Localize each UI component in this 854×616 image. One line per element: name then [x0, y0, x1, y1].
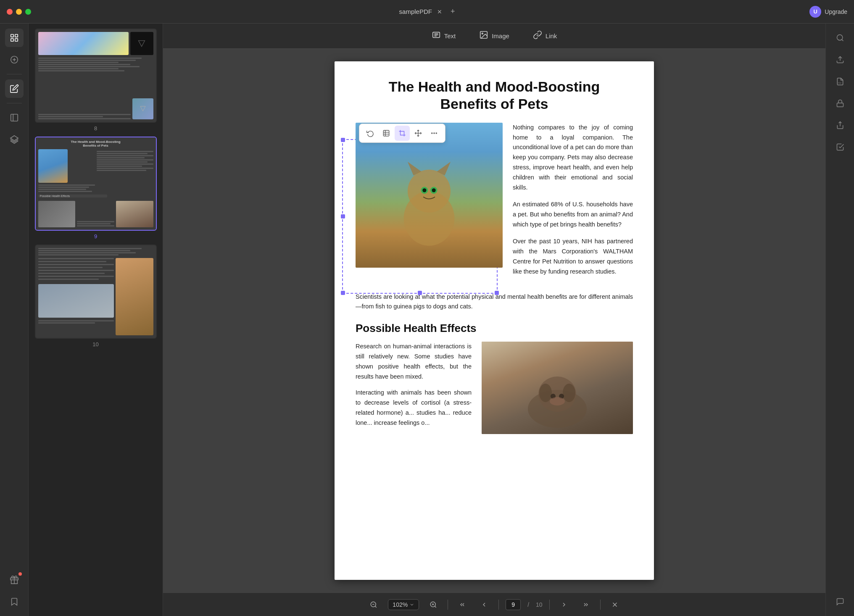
- text-label: Text: [444, 32, 456, 39]
- nav-divider-1: [448, 600, 448, 610]
- thumb-num-10: 10: [92, 341, 98, 347]
- svg-point-39: [539, 384, 552, 402]
- svg-point-30: [408, 170, 451, 213]
- thumb8-darkimg: [130, 32, 153, 55]
- page-number-input[interactable]: 9: [506, 599, 521, 610]
- svg-point-19: [482, 33, 483, 34]
- search-icon: [836, 34, 844, 42]
- zoom-in-button[interactable]: [426, 597, 441, 612]
- para1: Nothing compares to the joy of coming ho…: [513, 123, 633, 193]
- zoom-out-icon: [370, 601, 377, 608]
- toolbar-image[interactable]: Image: [474, 28, 514, 44]
- page-separator: /: [527, 601, 529, 608]
- text-toolbar-icon: [432, 30, 441, 42]
- thumb-card-8[interactable]: [35, 29, 157, 123]
- toolbar-text[interactable]: Text: [427, 28, 461, 44]
- sidebar-btn-pages[interactable]: [5, 108, 24, 127]
- resize-handle-tl[interactable]: [341, 138, 345, 142]
- sidebar-btn-thumbnails[interactable]: [5, 29, 24, 47]
- thumbnails-icon: [10, 33, 19, 42]
- svg-rect-3: [15, 39, 17, 41]
- bookmark-icon: [10, 597, 19, 606]
- right-btn-pdf[interactable]: PDF: [831, 72, 849, 91]
- upgrade-button[interactable]: Upgrade: [825, 8, 847, 15]
- page-total: 10: [536, 601, 543, 608]
- right-btn-lock[interactable]: [831, 94, 849, 113]
- float-tool-more[interactable]: [427, 126, 442, 141]
- resize-handle-bm[interactable]: [418, 291, 422, 295]
- check-icon: [836, 143, 844, 151]
- first-page-icon: [459, 601, 466, 608]
- tab-title: samplePDF: [399, 8, 432, 15]
- svg-marker-13: [140, 106, 145, 111]
- close-tab-button[interactable]: ✕: [435, 8, 444, 16]
- float-toolbar: [359, 124, 445, 143]
- right-btn-check[interactable]: [831, 138, 849, 156]
- chat-icon: [836, 598, 844, 606]
- pdf-page: The Health and Mood-Boosting Benefits of…: [335, 61, 654, 580]
- toolbar-link[interactable]: Link: [528, 28, 562, 44]
- zoom-out-button[interactable]: [366, 597, 381, 612]
- titlebar: samplePDF ✕ + U Upgrade: [0, 0, 854, 24]
- right-btn-import[interactable]: [831, 50, 849, 69]
- share-icon: [836, 121, 844, 129]
- pdf-canvas-container: The Health and Mood-Boosting Benefits of…: [163, 49, 825, 592]
- svg-point-35: [422, 188, 426, 192]
- para4: Research on human-animal interactions is…: [356, 342, 472, 382]
- layers-icon: [10, 135, 19, 144]
- resize-handle-br[interactable]: [495, 291, 499, 295]
- thumb-img-8: [36, 29, 156, 122]
- cat-silhouette-svg: [387, 140, 471, 250]
- close-nav-button[interactable]: [607, 597, 622, 612]
- link-toolbar-icon: [533, 30, 542, 42]
- float-tool-move[interactable]: [411, 126, 426, 141]
- content-row-main: Nothing compares to the joy of coming ho…: [356, 123, 633, 284]
- sidebar-btn-edit[interactable]: [5, 79, 24, 98]
- thumb-item-10: 10: [32, 245, 159, 347]
- last-page-button[interactable]: [578, 597, 593, 612]
- zoom-display[interactable]: 102%: [388, 599, 419, 610]
- svg-point-36: [432, 188, 436, 192]
- resize-handle-ml[interactable]: [341, 214, 345, 218]
- first-page-button[interactable]: [455, 597, 470, 612]
- sidebar-btn-bookmarks[interactable]: [5, 592, 24, 611]
- upgrade-label: Upgrade: [825, 8, 847, 15]
- thumb-card-9[interactable]: The Health and Mood-BoostingBenefits of …: [35, 137, 157, 231]
- sidebar-btn-gift[interactable]: [5, 571, 24, 589]
- titlebar-title-group: samplePDF ✕ +: [399, 7, 455, 16]
- last-page-icon: [583, 601, 589, 608]
- main-layout: 8 The Health and Mood-BoostingBenefits o…: [0, 24, 854, 616]
- prev-page-button[interactable]: [477, 597, 492, 612]
- thumb-item-9: The Health and Mood-BoostingBenefits of …: [32, 137, 159, 240]
- svg-rect-7: [11, 114, 18, 121]
- cat-photo: [356, 123, 503, 268]
- sidebar-divider-2: [7, 103, 22, 103]
- right-btn-search[interactable]: [831, 29, 849, 47]
- right-btn-share[interactable]: [831, 116, 849, 134]
- minimize-window-button[interactable]: [16, 9, 22, 15]
- float-tool-crop[interactable]: [395, 126, 410, 141]
- next-page-button[interactable]: [556, 597, 572, 612]
- thumb-card-10[interactable]: [35, 245, 157, 339]
- svg-rect-1: [15, 34, 17, 37]
- para3: Over the past 10 years, NIH has partnere…: [513, 237, 633, 277]
- right-btn-chat[interactable]: [831, 592, 849, 611]
- link-label: Link: [546, 32, 557, 39]
- float-tool-layout[interactable]: [379, 126, 394, 141]
- scientists-text: Scientists are looking at what the poten…: [356, 292, 633, 312]
- avatar[interactable]: U: [809, 6, 821, 18]
- resize-handle-bl[interactable]: [341, 291, 345, 295]
- sidebar-btn-2[interactable]: [5, 50, 24, 69]
- svg-point-26: [432, 133, 432, 134]
- pages-icon: [10, 113, 19, 122]
- add-tab-button[interactable]: +: [451, 7, 455, 16]
- zoom-value: 102%: [393, 601, 408, 608]
- float-tool-rotate[interactable]: [363, 126, 378, 141]
- sidebar-btn-layers[interactable]: [5, 130, 24, 149]
- close-window-button[interactable]: [7, 9, 13, 15]
- close-icon: [611, 601, 619, 608]
- maximize-window-button[interactable]: [25, 9, 31, 15]
- nav-divider-4: [600, 600, 601, 610]
- image-label: Image: [492, 32, 509, 39]
- edit-icon: [10, 84, 19, 93]
